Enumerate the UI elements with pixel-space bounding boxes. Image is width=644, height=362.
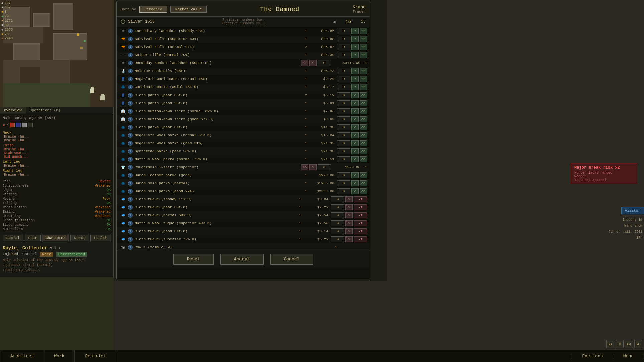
item-info-btn[interactable]: i <box>128 117 133 122</box>
trade-qty-input[interactable] <box>331 228 344 234</box>
trade-sell-input[interactable] <box>354 212 367 218</box>
item-info-btn[interactable]: i <box>128 221 133 226</box>
trade-qty-input[interactable] <box>337 52 350 58</box>
silver-arrow-left[interactable]: ◀ <box>333 19 335 25</box>
trade-single-btn[interactable]: > <box>351 180 359 186</box>
trade-all-btn[interactable]: >> <box>360 92 367 98</box>
item-info-btn[interactable]: i <box>128 237 133 242</box>
item-info-btn[interactable]: i <box>128 53 133 57</box>
item-info-btn[interactable]: i <box>128 37 133 41</box>
trade-all-btn[interactable]: >> <box>360 44 367 50</box>
trade-qty-input[interactable] <box>331 236 344 242</box>
trade-single-btn[interactable]: > <box>351 100 359 106</box>
trade-single-btn[interactable]: > <box>351 68 359 74</box>
trade-single-btn[interactable]: > <box>351 148 359 154</box>
trade-single-btn[interactable]: > <box>351 124 359 130</box>
trade-qty-input[interactable] <box>337 100 350 106</box>
trade-all-btn[interactable]: >> <box>360 52 367 58</box>
trade-qty-input[interactable] <box>337 116 350 122</box>
trade-dbl-left-btn[interactable]: << <box>301 60 308 66</box>
item-info-btn[interactable]: i <box>128 125 133 130</box>
trade-left-btn[interactable]: < <box>309 60 317 66</box>
action-ff-btn[interactable]: ⏭ <box>625 340 633 348</box>
action-play-btn[interactable]: ⏸ <box>616 340 624 348</box>
trade-qty-input[interactable] <box>337 148 350 154</box>
item-info-btn[interactable]: i <box>128 93 133 98</box>
item-info-btn[interactable]: i <box>128 45 133 49</box>
trade-all-btn[interactable]: >> <box>360 180 367 186</box>
trade-all-btn[interactable]: >> <box>360 108 367 114</box>
trade-sell-btn[interactable]: < <box>345 220 353 226</box>
architect-button[interactable]: Architect <box>0 350 44 362</box>
trade-single-btn[interactable]: > <box>351 108 359 114</box>
trade-qty-input[interactable] <box>318 60 331 66</box>
trade-all-btn[interactable]: >> <box>360 84 367 90</box>
item-info-btn[interactable]: i <box>128 205 133 210</box>
trade-qty-input[interactable] <box>337 140 350 146</box>
trade-all-btn[interactable]: >> <box>360 132 367 138</box>
char-tab-needs[interactable]: Needs <box>70 235 89 241</box>
trade-single-btn[interactable]: > <box>351 116 359 122</box>
trade-all-btn[interactable]: >> <box>360 36 367 42</box>
menu-button[interactable]: Menu <box>613 354 644 359</box>
trade-qty-input[interactable] <box>337 108 350 114</box>
trade-all-btn[interactable]: >> <box>360 140 367 146</box>
trade-qty-input[interactable] <box>337 92 350 98</box>
trade-single-btn[interactable]: > <box>351 44 359 50</box>
trade-all-btn[interactable]: >> <box>360 28 367 34</box>
trade-all-btn[interactable]: >> <box>360 148 367 154</box>
restrict-button[interactable]: Restrict <box>75 350 116 362</box>
trade-all-btn[interactable]: >> <box>360 124 367 130</box>
trade-single-btn[interactable]: > <box>351 132 359 138</box>
item-info-btn[interactable]: i <box>128 149 133 154</box>
trade-qty-input[interactable] <box>337 36 350 42</box>
trade-all-btn[interactable]: >> <box>360 68 367 74</box>
trade-qty-input[interactable] <box>337 156 350 162</box>
trade-single-btn[interactable]: > <box>351 156 359 162</box>
trade-qty-input[interactable] <box>337 132 350 138</box>
trade-qty-input[interactable] <box>331 212 344 218</box>
item-info-btn[interactable]: i <box>128 173 133 178</box>
trade-qty-input[interactable] <box>331 196 344 202</box>
trade-left-btn[interactable]: < <box>309 164 317 170</box>
trade-all-btn[interactable]: >> <box>360 116 367 122</box>
item-info-btn[interactable]: i <box>128 165 133 170</box>
trade-sell-input[interactable] <box>354 228 367 234</box>
char-tab-health[interactable]: Health <box>90 235 111 241</box>
item-info-btn[interactable]: i <box>128 109 133 114</box>
trade-all-btn[interactable]: >> <box>360 76 367 82</box>
item-info-btn[interactable]: i <box>128 157 133 162</box>
trade-sell-input[interactable] <box>354 236 367 242</box>
trade-all-btn[interactable]: >> <box>360 100 367 106</box>
trade-sell-input[interactable] <box>354 204 367 210</box>
trade-single-btn[interactable]: > <box>351 76 359 82</box>
item-info-btn[interactable]: i <box>128 229 133 234</box>
trade-qty-input[interactable] <box>337 172 350 178</box>
trade-qty-input[interactable] <box>337 84 350 90</box>
trade-single-btn[interactable]: > <box>351 188 359 194</box>
item-info-btn[interactable]: i <box>128 213 133 218</box>
item-info-btn[interactable]: i <box>128 181 133 186</box>
trade-all-btn[interactable]: >> <box>360 172 367 178</box>
factions-button[interactable]: Factions <box>572 354 613 359</box>
tab-overview[interactable]: Overview <box>0 107 26 114</box>
trade-single-btn[interactable]: > <box>351 28 359 34</box>
trade-sell-btn[interactable]: < <box>345 196 353 202</box>
action-fff-btn[interactable]: ⏭ <box>634 340 642 348</box>
char-tab-character[interactable]: Character <box>42 235 69 241</box>
reset-button[interactable]: Reset <box>173 254 214 265</box>
trade-all-btn[interactable]: >> <box>360 156 367 162</box>
trade-single-btn[interactable]: > <box>351 172 359 178</box>
item-info-btn[interactable]: i <box>128 101 133 106</box>
trade-dbl-left-btn[interactable]: << <box>301 164 308 170</box>
char-tab-gear[interactable]: Gear <box>25 235 41 241</box>
trade-qty-input[interactable] <box>337 76 350 82</box>
trade-qty-input[interactable] <box>337 124 350 130</box>
trade-sell-btn[interactable]: < <box>345 236 353 242</box>
trade-qty-input[interactable] <box>331 204 344 210</box>
trade-single-btn[interactable]: > <box>351 52 359 58</box>
item-info-btn[interactable]: i <box>128 197 133 202</box>
item-info-btn[interactable]: i <box>128 141 133 146</box>
trade-sell-input[interactable] <box>354 196 367 202</box>
trade-qty-input[interactable] <box>331 220 344 226</box>
